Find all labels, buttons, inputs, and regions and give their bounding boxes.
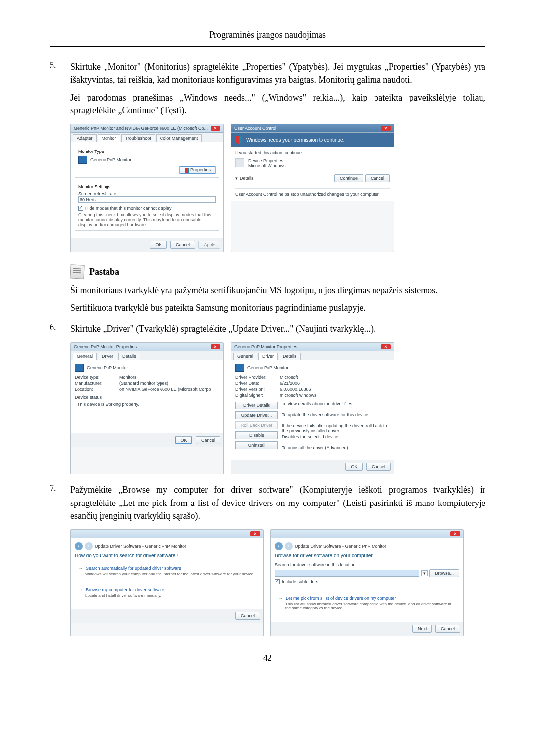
search-label: Search for driver software in this locat… bbox=[275, 562, 459, 567]
note-icon bbox=[70, 264, 84, 279]
close-icon[interactable]: × bbox=[450, 531, 460, 536]
search-auto-desc: Windows will search your computer and th… bbox=[85, 572, 256, 576]
cancel-button[interactable]: Cancel bbox=[435, 625, 460, 633]
tab-driver[interactable]: Driver bbox=[98, 353, 117, 360]
disable-desc: Disables the selected device. bbox=[282, 434, 390, 445]
uac-title: User Account Control bbox=[234, 126, 276, 131]
close-icon[interactable]: × bbox=[211, 344, 220, 349]
shield-icon bbox=[185, 168, 189, 173]
hide-modes-warning: Clearing this check box allows you to se… bbox=[78, 212, 216, 227]
monitor-type-legend: Monitor Type bbox=[78, 149, 216, 154]
kv-k-0: Driver Provider: bbox=[235, 375, 280, 380]
update-driver-button[interactable]: Update Driver... bbox=[235, 411, 278, 419]
monitor-type-value: Generic PnP Monitor bbox=[90, 157, 131, 162]
kv-v-1: (Standard monitor types) bbox=[119, 381, 168, 386]
back-icon[interactable]: ‹ bbox=[75, 542, 83, 550]
monitor-icon bbox=[235, 364, 244, 372]
crumb-text: Update Driver Software - Generic PnP Mon… bbox=[295, 544, 386, 549]
continue-button[interactable]: Continue bbox=[334, 174, 363, 182]
path-input[interactable] bbox=[275, 570, 419, 577]
note-body-1: Ši monitoriaus tvarkyklė yra pažymėta se… bbox=[70, 284, 485, 297]
wizard-title: How do you want to search for driver sof… bbox=[75, 553, 259, 558]
uac-banner-text: Windows needs your permission to continu… bbox=[246, 137, 344, 143]
forward-icon: › bbox=[285, 542, 293, 550]
hide-modes-checkbox[interactable] bbox=[78, 206, 83, 211]
browse-computer-desc: Locate and install driver software manua… bbox=[85, 593, 256, 598]
cancel-button[interactable]: Cancel bbox=[366, 463, 391, 471]
header-rule bbox=[50, 46, 485, 47]
tab-adapter[interactable]: Adapter bbox=[73, 134, 97, 142]
tab-details[interactable]: Details bbox=[279, 353, 301, 360]
back-icon[interactable]: ‹ bbox=[275, 542, 283, 550]
kv-v-2: 6.0.6000.16386 bbox=[280, 387, 311, 392]
uac-item-2: Microsoft Windows bbox=[248, 163, 286, 168]
properties-button[interactable]: Properties bbox=[179, 166, 216, 174]
page-header: Programinės įrangos naudojimas bbox=[50, 30, 485, 44]
ok-button[interactable]: OK bbox=[175, 436, 192, 444]
rollback-driver-button: Roll Back Driver bbox=[235, 421, 278, 429]
tab-details[interactable]: Details bbox=[118, 353, 140, 360]
kv-v-0: Microsoft bbox=[280, 375, 298, 380]
device-name: Generic PnP Monitor bbox=[247, 365, 288, 370]
kv-v-3: microsoft windows bbox=[280, 393, 317, 398]
device-status-text: This device is working properly. bbox=[75, 400, 219, 429]
device-name: Generic PnP Monitor bbox=[87, 365, 128, 370]
browse-button[interactable]: Browse... bbox=[429, 569, 459, 577]
close-icon[interactable]: × bbox=[381, 344, 391, 349]
close-icon[interactable]: × bbox=[250, 531, 260, 536]
include-subfolders-label: Include subfolders bbox=[282, 579, 318, 584]
close-icon[interactable]: × bbox=[211, 126, 220, 131]
update-driver-desc: To update the driver software for this d… bbox=[282, 412, 390, 423]
fig6r-title: Generic PnP Monitor Properties bbox=[234, 344, 297, 349]
program-icon bbox=[235, 158, 244, 167]
apply-button: Apply bbox=[198, 241, 220, 249]
kv-k-0: Device type: bbox=[75, 375, 119, 380]
cancel-button[interactable]: Cancel bbox=[196, 436, 220, 444]
include-subfolders-checkbox[interactable] bbox=[275, 579, 280, 584]
uninstall-button[interactable]: Uninstall bbox=[235, 441, 278, 449]
rollback-desc: If the device fails after updating the d… bbox=[282, 423, 390, 434]
cancel-button[interactable]: Cancel bbox=[235, 612, 260, 620]
tab-troubleshoot[interactable]: Troubleshoot bbox=[121, 134, 155, 142]
details-expander[interactable]: ▾Details bbox=[235, 176, 254, 181]
disable-button[interactable]: Disable bbox=[235, 431, 278, 439]
chevron-down-icon: ▾ bbox=[235, 176, 238, 181]
fig6l-title: Generic PnP Monitor Properties bbox=[74, 344, 137, 349]
forward-icon: › bbox=[85, 542, 93, 550]
uac-continue-text: If you started this action, continue. bbox=[235, 151, 390, 155]
refresh-select[interactable]: 60 Hertz bbox=[78, 196, 216, 203]
driver-details-desc: To view details about the driver files. bbox=[282, 402, 390, 412]
search-auto-option[interactable]: Search automatically for updated driver … bbox=[75, 562, 259, 580]
pick-from-list-option[interactable]: Let me pick from a list of device driver… bbox=[275, 592, 459, 614]
tab-colormgmt[interactable]: Color Management bbox=[156, 134, 202, 142]
monitor-settings-legend: Monitor Settings bbox=[78, 184, 216, 189]
uac-footer: User Account Control helps stop unauthor… bbox=[235, 188, 390, 197]
kv-v-0: Monitors bbox=[119, 375, 137, 380]
next-button[interactable]: Next bbox=[412, 625, 432, 633]
tab-monitor[interactable]: Monitor bbox=[98, 134, 120, 142]
tab-general[interactable]: General bbox=[73, 353, 97, 360]
fig5l-title: Generic PnP Monitor and NVIDIA GeForce 6… bbox=[74, 126, 208, 131]
ok-button[interactable]: OK bbox=[345, 463, 363, 471]
tab-general[interactable]: General bbox=[233, 353, 257, 360]
step-5-text-2: Jei parodomas pranešimas „Windows needs.… bbox=[70, 91, 485, 117]
kv-k-1: Manufacturer: bbox=[75, 381, 119, 386]
pick-from-list-desc: This list will show installed driver sof… bbox=[285, 602, 456, 610]
driver-details-button[interactable]: Driver Details bbox=[235, 402, 278, 409]
ok-button[interactable]: OK bbox=[150, 241, 167, 249]
kv-k-3: Digital Signer: bbox=[235, 393, 280, 398]
browse-computer-option[interactable]: Browse my computer for driver software L… bbox=[75, 584, 259, 601]
kv-k-2: Location: bbox=[75, 387, 119, 392]
cancel-button[interactable]: Cancel bbox=[170, 241, 195, 249]
tab-driver[interactable]: Driver bbox=[258, 353, 278, 360]
refresh-label: Screen refresh rate: bbox=[78, 191, 216, 196]
kv-v-2: on NVIDIA GeForce 6600 LE (Microsoft Cor… bbox=[119, 387, 211, 392]
step-5-text-1: Skirtuke „Monitor" (Monitorius) spragtel… bbox=[70, 60, 485, 86]
monitor-icon bbox=[75, 364, 84, 372]
note-body-2: Sertifikuota tvarkyklė bus pateikta Sams… bbox=[70, 302, 485, 314]
cancel-button[interactable]: Cancel bbox=[365, 174, 390, 182]
close-icon[interactable]: × bbox=[381, 126, 391, 131]
step-7-text: Pažymėkite „Browse my computer for drive… bbox=[70, 483, 485, 522]
kv-v-1: 6/21/2006 bbox=[280, 381, 300, 386]
dropdown-icon[interactable]: ▾ bbox=[421, 570, 428, 576]
